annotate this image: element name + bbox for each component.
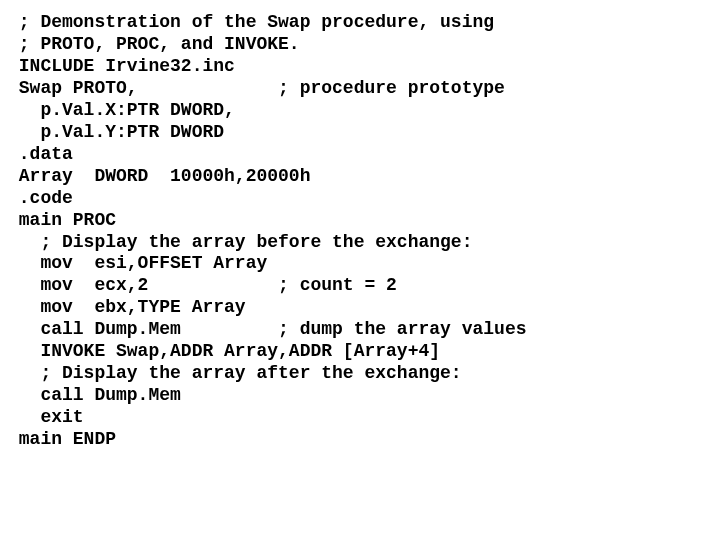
code-line: ; Demonstration of the Swap procedure, u… [8,12,494,32]
code-line: main PROC [8,210,116,230]
code-line: ; PROTO, PROC, and INVOKE. [8,34,300,54]
code-line: INCLUDE Irvine32.inc [8,56,235,76]
code-line: ; Display the array before the exchange: [8,232,472,252]
code-line: Array DWORD 10000h,20000h [8,166,310,186]
code-line: mov ecx,2 ; count = 2 [8,275,397,295]
code-line: ; Display the array after the exchange: [8,363,462,383]
code-block: ; Demonstration of the Swap procedure, u… [0,0,720,459]
code-line: Swap PROTO, ; procedure prototype [8,78,505,98]
code-line: call Dump.Mem [8,385,181,405]
code-line: .code [8,188,73,208]
code-line: main ENDP [8,429,116,449]
code-line: mov ebx,TYPE Array [8,297,246,317]
code-line: p.Val.X:PTR DWORD, [8,100,235,120]
code-line: .data [8,144,73,164]
code-line: mov esi,OFFSET Array [8,253,267,273]
code-line: exit [8,407,84,427]
code-line: INVOKE Swap,ADDR Array,ADDR [Array+4] [8,341,440,361]
code-line: call Dump.Mem ; dump the array values [8,319,526,339]
code-line: p.Val.Y:PTR DWORD [8,122,224,142]
